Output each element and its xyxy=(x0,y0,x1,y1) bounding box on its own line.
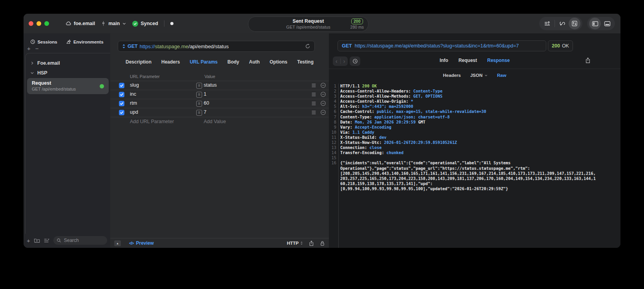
param-name[interactable]: rtm xyxy=(130,100,137,106)
add-value-placeholder[interactable]: Add Value xyxy=(204,119,226,124)
toggle-sidebar-icon[interactable] xyxy=(589,18,601,29)
reorder-icon[interactable] xyxy=(311,92,316,97)
remove-param-icon[interactable] xyxy=(320,100,326,106)
sent-request-url-box[interactable]: GET https://statuspage.me/api/embed/stat… xyxy=(338,40,546,51)
subtab-json[interactable]: JSON xyxy=(470,73,487,78)
line-number: 1 xyxy=(329,84,336,89)
url-text[interactable]: https://statuspage.me/api/embed/status xyxy=(140,44,229,49)
search-icon xyxy=(57,238,61,243)
add-request-button[interactable]: + xyxy=(27,238,30,244)
line-number: 7 xyxy=(329,115,336,120)
export-response-icon[interactable] xyxy=(585,57,591,64)
project-menu[interactable]: foe.email xyxy=(65,20,95,27)
tab-response[interactable]: Response xyxy=(487,58,509,63)
request-summary-title: Sent Request xyxy=(293,18,324,24)
request-response-layout-icon[interactable] xyxy=(569,18,580,29)
url-field[interactable]: GET https://statuspage.me/api/embed/stat… xyxy=(118,41,315,52)
share-icon[interactable] xyxy=(309,240,314,246)
add-param-placeholder[interactable]: Add URL Parameter xyxy=(130,119,174,124)
param-name[interactable]: inc xyxy=(130,91,136,97)
reorder-icon[interactable] xyxy=(311,101,316,106)
line-number: 15 xyxy=(329,155,336,160)
response-pane: GET https://statuspage.me/api/embed/stat… xyxy=(329,33,620,248)
remove-session-button[interactable]: − xyxy=(35,45,39,51)
remove-param-icon[interactable] xyxy=(320,109,326,115)
tab-info[interactable]: Info xyxy=(440,58,448,63)
code-line: 4Access-Control-Allow-Origin: * xyxy=(329,99,620,104)
code-line: 1HTTP/1.1 200 OK xyxy=(329,84,620,89)
code-icon: </> xyxy=(129,241,133,245)
param-checkbox[interactable] xyxy=(119,110,124,115)
new-folder-icon[interactable] xyxy=(34,238,40,243)
request-duration: 280 ms xyxy=(350,25,364,29)
tab-testing[interactable]: Testing xyxy=(297,59,314,65)
line-number: 12 xyxy=(329,140,336,145)
close-window-button[interactable] xyxy=(29,21,33,26)
param-name[interactable]: upd xyxy=(130,109,138,115)
param-value[interactable]: status xyxy=(204,82,217,88)
param-checkbox[interactable] xyxy=(119,101,124,106)
tree-item-foe-email[interactable]: Foe.email xyxy=(26,58,110,68)
cloud-icon xyxy=(65,20,71,27)
preview-button[interactable]: </> Preview xyxy=(129,240,154,246)
tab-body[interactable]: Body xyxy=(228,59,239,65)
param-checkbox[interactable] xyxy=(119,83,124,88)
tab-options[interactable]: Options xyxy=(270,59,287,65)
minimize-window-button[interactable] xyxy=(36,21,41,26)
tab-description[interactable]: Description xyxy=(126,59,151,65)
zoom-window-button[interactable] xyxy=(44,21,49,26)
code-line: Operational"},"page":"status","page_url"… xyxy=(329,166,620,171)
param-name[interactable]: slug xyxy=(130,82,139,88)
branch-selector[interactable]: main xyxy=(101,21,126,26)
reorder-icon[interactable] xyxy=(311,83,316,88)
request-list-item-selected[interactable]: Request GET /api/embed/status xyxy=(27,78,109,94)
method-label[interactable]: GET xyxy=(128,44,138,49)
tab-environments[interactable]: Environments xyxy=(66,39,104,44)
tab-auth[interactable]: Auth xyxy=(249,59,260,65)
line-number: 8 xyxy=(329,120,336,125)
tab-request[interactable]: Request xyxy=(458,58,477,63)
layers-icon xyxy=(66,39,71,44)
protocol-selector[interactable]: HTTP xyxy=(287,241,303,245)
tab-url-params[interactable]: URL Params xyxy=(190,59,217,65)
tab-headers[interactable]: Headers xyxy=(161,59,180,65)
code-line: 5Alt-Svc: h3=":443"; ma=2592000 xyxy=(329,104,620,109)
toggle-bottom-panel-icon[interactable] xyxy=(601,18,613,29)
status-badge: 200 xyxy=(351,18,363,24)
lock-icon[interactable] xyxy=(320,240,325,246)
tab-sessions[interactable]: Sessions xyxy=(30,39,57,44)
equals-icon: = xyxy=(196,101,202,107)
search-input[interactable] xyxy=(63,237,104,244)
chevron-right-icon xyxy=(30,61,34,65)
param-row-slug: slug=status xyxy=(110,81,329,90)
gutter-rule xyxy=(338,84,339,248)
subtab-raw[interactable]: Raw xyxy=(497,73,507,78)
remove-param-icon[interactable] xyxy=(320,91,326,97)
merge-requests-icon[interactable] xyxy=(556,18,568,29)
add-param-row[interactable]: Add URL Parameter Add Value xyxy=(110,117,329,126)
desktop: { "colors": { "accent": "#4f9cf8", "code… xyxy=(0,0,644,289)
remove-param-icon[interactable] xyxy=(320,82,326,88)
expand-panel-button[interactable]: ▲ xyxy=(114,240,121,246)
line-number: 4 xyxy=(329,99,336,104)
method-stepper-icon[interactable] xyxy=(122,44,126,49)
window-controls xyxy=(29,21,49,26)
reorder-icon[interactable] xyxy=(311,110,316,115)
param-value[interactable]: 1 xyxy=(204,91,206,97)
view-options-icon[interactable] xyxy=(44,238,50,243)
preview-label: Preview xyxy=(136,240,153,246)
tree-item-hsp[interactable]: HSP xyxy=(26,68,110,78)
param-value[interactable]: 7 xyxy=(204,109,206,115)
sync-status[interactable]: Synced xyxy=(132,21,158,27)
response-body[interactable]: 1HTTP/1.1 200 OK2Access-Control-Allow-He… xyxy=(329,84,620,248)
param-checkbox[interactable] xyxy=(119,92,124,97)
subtab-headers[interactable]: Headers xyxy=(443,73,461,78)
request-summary-pill[interactable]: Sent Request GET /api/embed/status 200 2… xyxy=(248,16,369,32)
sort-list-icon[interactable] xyxy=(541,18,553,29)
param-value[interactable]: 60 xyxy=(204,100,209,106)
resend-request-icon[interactable] xyxy=(305,44,310,49)
search-field[interactable] xyxy=(53,236,107,245)
project-name: foe.email xyxy=(74,21,95,26)
line-number xyxy=(329,186,336,191)
add-session-button[interactable]: + xyxy=(27,45,31,51)
